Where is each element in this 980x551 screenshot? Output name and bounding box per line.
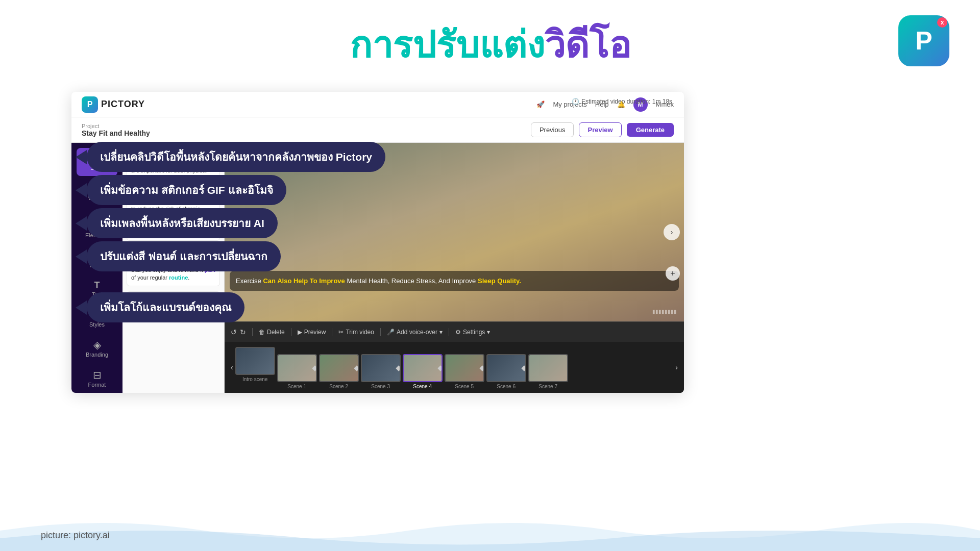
scene-block-6: Scene 6 Overall, exercising and staying … [127, 147, 220, 187]
scene-label-2: Scene 2 [329, 384, 348, 389]
app-subheader: Project Stay Fit and Healthy Previous Pr… [71, 117, 684, 143]
redo-icon[interactable]: ↻ [240, 328, 246, 336]
sidebar-item-branding[interactable]: ◈ Branding [77, 335, 117, 363]
scene-block-8a: Regular physical activity can help to re… [127, 192, 220, 241]
trim-icon: ✂ [338, 329, 344, 336]
scene-thumb-7[interactable] [528, 354, 568, 382]
scene-9-label: Scene 9 [131, 296, 215, 302]
scene-8a-text: Regular physical activity can help to re… [131, 197, 215, 236]
video-toolbar: ↺ ↻ 🗑 Delete ▶ Preview ✂ Trim video [225, 321, 684, 342]
x-badge-icon: x [937, 17, 947, 28]
rocket-icon[interactable]: 🚀 [536, 101, 545, 108]
bottom-wave-decoration [0, 510, 980, 551]
text-icon: T [94, 281, 100, 290]
scene-thumb-1[interactable] [277, 354, 317, 382]
toolbar-divider-3 [332, 328, 332, 336]
project-name: Stay Fit and Healthy [82, 129, 150, 137]
pictory-brand: P PICTORY [82, 96, 145, 113]
app-body: ☰ Story 🖼 Visuals ⊞ NEW Elements ♫ Audio… [71, 143, 684, 393]
sidebar-story-label: Story [90, 165, 104, 171]
thumb-visual-6 [487, 355, 525, 381]
title-part2: วิดีโอ [545, 24, 631, 65]
branding-icon: ◈ [93, 340, 101, 350]
footer-caption: picture: pictory.ai [41, 530, 110, 541]
scene-8b-label: Scene 8 [131, 251, 215, 256]
project-info: Project Stay Fit and Healthy [82, 123, 150, 137]
voiceover-dropdown-icon: ▾ [439, 329, 443, 336]
title-part1: การปรับแต่ง [350, 24, 545, 65]
timeline-right-arrow[interactable]: › [673, 361, 680, 373]
scene-thumb-2[interactable] [319, 354, 359, 382]
toolbar-divider-2 [291, 328, 291, 336]
waveform-icon: ▮▮▮▮▮▮▮▮ [652, 309, 677, 314]
sidebar-item-text[interactable]: T Text [77, 276, 117, 303]
previous-button[interactable]: Previous [531, 122, 574, 137]
undo-icon[interactable]: ↺ [231, 328, 237, 336]
toolbar-divider-1 [252, 328, 253, 336]
mic-icon: 🎤 [387, 329, 395, 336]
sidebar-item-elements[interactable]: ⊞ NEW Elements [77, 208, 117, 243]
next-scene-arrow[interactable]: › [664, 224, 680, 240]
scene-block-8b: Scene 8 It is important to find an activ… [127, 246, 220, 286]
page-title-area: การปรับแต่งวิดีโอ [0, 0, 980, 79]
brand-logo-icon: P [82, 96, 98, 113]
video-caption-text: Exercise Can Also Help To Improve Mental… [236, 276, 673, 286]
sidebar-branding-label: Branding [86, 352, 108, 358]
scene-8b-text: It is important to find an activity that… [131, 258, 215, 282]
generate-button[interactable]: Generate [627, 123, 674, 137]
scene-thumb-6[interactable] [486, 354, 526, 382]
sidebar-item-audio[interactable]: ♫ Audio [77, 245, 117, 273]
settings-label: Settings [463, 329, 485, 336]
logo-letter-icon: P [915, 26, 932, 56]
scene-label-3: Scene 3 [371, 384, 390, 389]
script-panel: Scene 6 Overall, exercising and staying … [122, 143, 225, 393]
scene-label-4: Scene 4 [413, 384, 432, 389]
video-caption-overlay: Exercise Can Also Help To Improve Mental… [230, 271, 679, 291]
footer-caption-text: picture: pictory.ai [41, 530, 110, 540]
sidebar-item-format[interactable]: ⊟ Format [77, 365, 117, 393]
voiceover-toolbar-item[interactable]: 🎤 Add voice-over ▾ [387, 329, 443, 336]
add-scene-button[interactable]: + [666, 266, 680, 281]
settings-toolbar-item[interactable]: ⚙ Settings ▾ [455, 329, 490, 336]
sidebar: ☰ Story 🖼 Visuals ⊞ NEW Elements ♫ Audio… [71, 143, 122, 393]
timeline-left-arrow[interactable]: ‹ [229, 361, 235, 373]
sidebar-item-styles[interactable]: ⬡ Styles [77, 305, 117, 333]
scene-label-intro: Intro scene [242, 377, 267, 382]
settings-icon: ⚙ [455, 329, 461, 336]
video-background: Exercise Can Also Help To Improve Mental… [225, 143, 684, 321]
subheader-actions: Previous Preview Generate [531, 122, 674, 137]
page-title: การปรับแต่งวิดีโอ [0, 15, 980, 74]
toolbar-divider-4 [380, 328, 381, 336]
scene-thumb-5[interactable] [445, 354, 484, 382]
timeline-scene-2: Scene 2 [319, 345, 359, 389]
sidebar-elements-label: Elements [85, 232, 109, 238]
timeline-scene-intro: 👁 Intro scene [235, 345, 275, 389]
sidebar-audio-label: Audio [90, 262, 104, 268]
scene-label-1: Scene 1 [287, 384, 306, 389]
trim-video-toolbar-item[interactable]: ✂ Trim video [338, 329, 374, 336]
voiceover-label: Add voice-over [397, 329, 437, 336]
scene-thumb-intro[interactable] [235, 347, 275, 375]
scene-thumb-4[interactable] [403, 354, 443, 382]
sidebar-item-visuals[interactable]: 🖼 Visuals [77, 178, 117, 206]
timeline-scene-3: Scene 3 [361, 345, 401, 389]
thumb-visual-4 [404, 355, 442, 381]
scene-thumb-3[interactable] [361, 354, 401, 382]
sidebar-text-label: Text [92, 291, 102, 297]
est-duration-text: Estimated video duration: 1m 18s [581, 98, 672, 105]
elements-icon: ⊞ [93, 213, 102, 223]
audio-icon: ♫ [93, 251, 101, 261]
delete-toolbar-item[interactable]: 🗑 Delete [259, 329, 285, 336]
preview-button[interactable]: Preview [579, 122, 621, 137]
scene-6-text: Overall, exercising and staying fit are … [131, 159, 215, 183]
thumb-visual-2 [320, 355, 358, 381]
preview-toolbar-item[interactable]: ▶ Preview [298, 329, 326, 336]
brand-name: PICTORY [101, 99, 145, 110]
sidebar-item-story[interactable]: ☰ Story [77, 148, 117, 176]
project-label: Project [82, 123, 150, 129]
timeline-scene-1: Scene 1 [277, 345, 317, 389]
scene-label-6: Scene 6 [497, 384, 516, 389]
pictory-logo-badge: P x [898, 15, 949, 66]
format-icon: ⊟ [93, 370, 102, 380]
toolbar-divider-5 [449, 328, 449, 336]
